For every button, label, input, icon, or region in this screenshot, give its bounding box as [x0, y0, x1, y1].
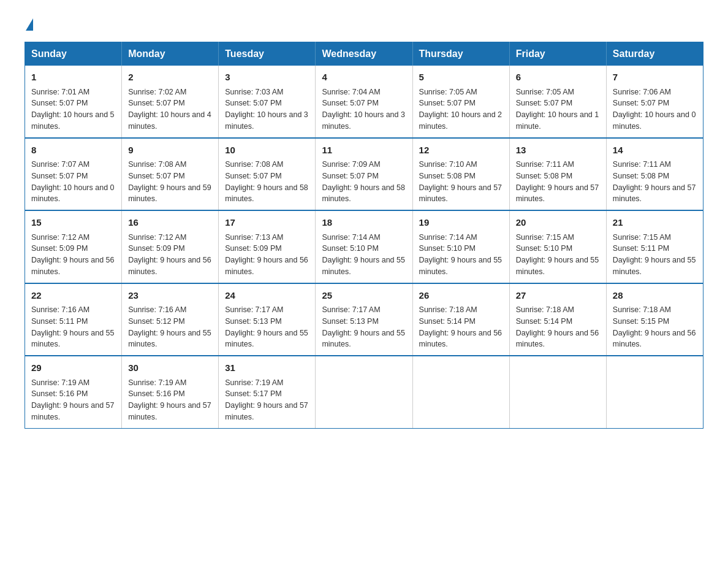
calendar-cell: 18Sunrise: 7:14 AMSunset: 5:10 PMDayligh…: [316, 210, 412, 283]
calendar-cell: 16Sunrise: 7:12 AMSunset: 5:09 PMDayligh…: [122, 210, 219, 283]
calendar-week-row: 22Sunrise: 7:16 AMSunset: 5:11 PMDayligh…: [25, 283, 703, 356]
page-header: [25, 18, 703, 29]
calendar-cell: 3Sunrise: 7:03 AMSunset: 5:07 PMDaylight…: [219, 66, 316, 138]
day-info: Sunrise: 7:16 AMSunset: 5:11 PMDaylight:…: [31, 304, 115, 350]
day-info: Sunrise: 7:18 AMSunset: 5:15 PMDaylight:…: [613, 304, 697, 350]
calendar-cell: 12Sunrise: 7:10 AMSunset: 5:08 PMDayligh…: [412, 138, 509, 211]
day-info: Sunrise: 7:09 AMSunset: 5:07 PMDaylight:…: [322, 159, 406, 205]
day-info: Sunrise: 7:19 AMSunset: 5:16 PMDaylight:…: [128, 377, 212, 423]
day-info: Sunrise: 7:02 AMSunset: 5:07 PMDaylight:…: [128, 86, 212, 132]
calendar-cell: 30Sunrise: 7:19 AMSunset: 5:16 PMDayligh…: [122, 356, 219, 428]
calendar-cell: 24Sunrise: 7:17 AMSunset: 5:13 PMDayligh…: [219, 283, 316, 356]
day-info: Sunrise: 7:13 AMSunset: 5:09 PMDaylight:…: [225, 232, 309, 278]
day-info: Sunrise: 7:08 AMSunset: 5:07 PMDaylight:…: [128, 159, 212, 205]
day-info: Sunrise: 7:16 AMSunset: 5:12 PMDaylight:…: [128, 304, 212, 350]
calendar-cell: 10Sunrise: 7:08 AMSunset: 5:07 PMDayligh…: [219, 138, 316, 211]
calendar-header-row: SundayMondayTuesdayWednesdayThursdayFrid…: [25, 42, 703, 66]
calendar-cell: 25Sunrise: 7:17 AMSunset: 5:13 PMDayligh…: [316, 283, 412, 356]
day-info: Sunrise: 7:10 AMSunset: 5:08 PMDaylight:…: [419, 159, 503, 205]
calendar-cell: 2Sunrise: 7:02 AMSunset: 5:07 PMDaylight…: [122, 66, 219, 138]
calendar-cell: 22Sunrise: 7:16 AMSunset: 5:11 PMDayligh…: [25, 283, 122, 356]
calendar-cell: 19Sunrise: 7:14 AMSunset: 5:10 PMDayligh…: [412, 210, 509, 283]
day-number: 13: [516, 144, 600, 158]
day-info: Sunrise: 7:19 AMSunset: 5:16 PMDaylight:…: [31, 377, 115, 423]
day-number: 23: [128, 289, 212, 303]
day-info: Sunrise: 7:15 AMSunset: 5:11 PMDaylight:…: [613, 232, 697, 278]
day-info: Sunrise: 7:18 AMSunset: 5:14 PMDaylight:…: [419, 304, 503, 350]
calendar-header-friday: Friday: [509, 42, 606, 66]
logo: [25, 18, 33, 29]
calendar-week-row: 1Sunrise: 7:01 AMSunset: 5:07 PMDaylight…: [25, 66, 703, 138]
calendar-cell: [316, 356, 412, 428]
calendar-cell: 1Sunrise: 7:01 AMSunset: 5:07 PMDaylight…: [25, 66, 122, 138]
calendar-cell: 8Sunrise: 7:07 AMSunset: 5:07 PMDaylight…: [25, 138, 122, 211]
day-info: Sunrise: 7:08 AMSunset: 5:07 PMDaylight:…: [225, 159, 309, 205]
calendar-cell: 4Sunrise: 7:04 AMSunset: 5:07 PMDaylight…: [316, 66, 412, 138]
day-number: 31: [225, 361, 309, 375]
day-number: 10: [225, 144, 309, 158]
calendar-cell: 17Sunrise: 7:13 AMSunset: 5:09 PMDayligh…: [219, 210, 316, 283]
day-number: 17: [225, 216, 309, 230]
day-info: Sunrise: 7:11 AMSunset: 5:08 PMDaylight:…: [516, 159, 600, 205]
calendar-week-row: 8Sunrise: 7:07 AMSunset: 5:07 PMDaylight…: [25, 138, 703, 211]
day-number: 8: [31, 144, 115, 158]
calendar-cell: [509, 356, 606, 428]
calendar-cell: 11Sunrise: 7:09 AMSunset: 5:07 PMDayligh…: [316, 138, 412, 211]
day-info: Sunrise: 7:05 AMSunset: 5:07 PMDaylight:…: [419, 86, 503, 132]
calendar-cell: 9Sunrise: 7:08 AMSunset: 5:07 PMDaylight…: [122, 138, 219, 211]
calendar-header-saturday: Saturday: [606, 42, 703, 66]
calendar-header-tuesday: Tuesday: [219, 42, 316, 66]
calendar-header-wednesday: Wednesday: [316, 42, 412, 66]
calendar-cell: 14Sunrise: 7:11 AMSunset: 5:08 PMDayligh…: [606, 138, 703, 211]
calendar-cell: 21Sunrise: 7:15 AMSunset: 5:11 PMDayligh…: [606, 210, 703, 283]
day-number: 1: [31, 71, 115, 85]
calendar-cell: 6Sunrise: 7:05 AMSunset: 5:07 PMDaylight…: [509, 66, 606, 138]
calendar-table: SundayMondayTuesdayWednesdayThursdayFrid…: [25, 42, 703, 429]
day-info: Sunrise: 7:15 AMSunset: 5:10 PMDaylight:…: [516, 232, 600, 278]
day-info: Sunrise: 7:12 AMSunset: 5:09 PMDaylight:…: [128, 232, 212, 278]
day-info: Sunrise: 7:06 AMSunset: 5:07 PMDaylight:…: [613, 86, 697, 132]
calendar-header-sunday: Sunday: [25, 42, 122, 66]
calendar-cell: 13Sunrise: 7:11 AMSunset: 5:08 PMDayligh…: [509, 138, 606, 211]
day-number: 28: [613, 289, 697, 303]
day-info: Sunrise: 7:01 AMSunset: 5:07 PMDaylight:…: [31, 86, 115, 132]
day-number: 2: [128, 71, 212, 85]
day-info: Sunrise: 7:04 AMSunset: 5:07 PMDaylight:…: [322, 86, 406, 132]
day-number: 20: [516, 216, 600, 230]
day-number: 22: [31, 289, 115, 303]
day-number: 7: [613, 71, 697, 85]
day-info: Sunrise: 7:14 AMSunset: 5:10 PMDaylight:…: [322, 232, 406, 278]
day-info: Sunrise: 7:19 AMSunset: 5:17 PMDaylight:…: [225, 377, 309, 423]
calendar-cell: 15Sunrise: 7:12 AMSunset: 5:09 PMDayligh…: [25, 210, 122, 283]
calendar-header-monday: Monday: [122, 42, 219, 66]
calendar-week-row: 29Sunrise: 7:19 AMSunset: 5:16 PMDayligh…: [25, 356, 703, 428]
day-number: 6: [516, 71, 600, 85]
day-number: 15: [31, 216, 115, 230]
day-info: Sunrise: 7:11 AMSunset: 5:08 PMDaylight:…: [613, 159, 697, 205]
calendar-week-row: 15Sunrise: 7:12 AMSunset: 5:09 PMDayligh…: [25, 210, 703, 283]
calendar-cell: 29Sunrise: 7:19 AMSunset: 5:16 PMDayligh…: [25, 356, 122, 428]
day-number: 4: [322, 71, 406, 85]
day-number: 3: [225, 71, 309, 85]
day-number: 27: [516, 289, 600, 303]
day-number: 24: [225, 289, 309, 303]
calendar-cell: 20Sunrise: 7:15 AMSunset: 5:10 PMDayligh…: [509, 210, 606, 283]
day-info: Sunrise: 7:07 AMSunset: 5:07 PMDaylight:…: [31, 159, 115, 205]
day-number: 21: [613, 216, 697, 230]
day-number: 30: [128, 361, 212, 375]
day-number: 19: [419, 216, 503, 230]
day-number: 14: [613, 144, 697, 158]
day-info: Sunrise: 7:17 AMSunset: 5:13 PMDaylight:…: [225, 304, 309, 350]
day-info: Sunrise: 7:03 AMSunset: 5:07 PMDaylight:…: [225, 86, 309, 132]
day-info: Sunrise: 7:14 AMSunset: 5:10 PMDaylight:…: [419, 232, 503, 278]
day-number: 12: [419, 144, 503, 158]
day-number: 29: [31, 361, 115, 375]
calendar-cell: 5Sunrise: 7:05 AMSunset: 5:07 PMDaylight…: [412, 66, 509, 138]
day-number: 26: [419, 289, 503, 303]
day-info: Sunrise: 7:05 AMSunset: 5:07 PMDaylight:…: [516, 86, 600, 132]
calendar-header-thursday: Thursday: [412, 42, 509, 66]
calendar-cell: [606, 356, 703, 428]
calendar-cell: [412, 356, 509, 428]
day-info: Sunrise: 7:18 AMSunset: 5:14 PMDaylight:…: [516, 304, 600, 350]
day-info: Sunrise: 7:17 AMSunset: 5:13 PMDaylight:…: [322, 304, 406, 350]
